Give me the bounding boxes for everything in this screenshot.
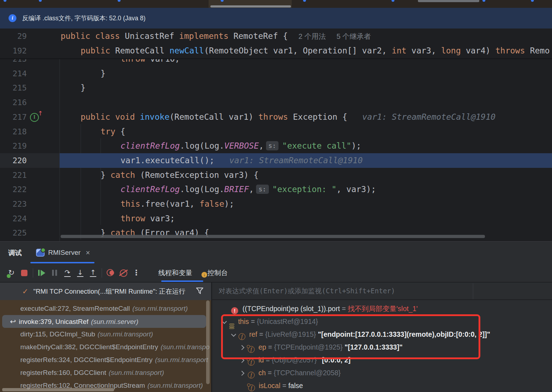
code-line-215[interactable]: 215} — [0, 81, 552, 95]
override-arrow-icon: ↑ — [38, 110, 43, 117]
stop-button[interactable] — [18, 267, 31, 279]
filter-funnel-icon[interactable] — [195, 287, 204, 296]
line-number-224[interactable]: 224 — [0, 211, 27, 226]
line-number-214[interactable]: 214 — [0, 66, 27, 81]
code-text: } — [61, 81, 86, 95]
resume-button[interactable] — [35, 267, 48, 279]
code-line-220[interactable]: 220var1.executeCall();var1: StreamRemote… — [0, 153, 552, 168]
field-icon: f — [239, 333, 245, 340]
variable-row-ref[interactable]: f ref = {LiveRef@1915} "[endpoint:[127.0… — [231, 328, 490, 341]
debug-session-tab[interactable]: RMIServer ✕ — [30, 242, 94, 264]
debug-toolbar: ↻ ↷ ↓ ↑ ⋮ 线程和变量 ↓控制台 — [0, 264, 552, 282]
line-number-221[interactable]: 221 — [0, 168, 27, 182]
toolbar-separator — [33, 268, 33, 278]
code-line-217[interactable]: 217I↑public void invoke(RemoteCall var1)… — [0, 110, 552, 124]
variable-row-ep[interactable]: f ep = {TCPEndpoint@1925} "[127.0.0.1:33… — [240, 341, 403, 354]
code-line-29[interactable]: 29public class UnicastRef implements Rem… — [0, 29, 552, 43]
code-line-222[interactable]: 222clientRefLog.log(Log.BRIEF,s:"excepti… — [0, 182, 552, 197]
line-number-222[interactable]: 222 — [0, 182, 27, 197]
line-number-217[interactable]: 217 — [0, 110, 27, 124]
view-breakpoints-button[interactable] — [104, 267, 117, 279]
debug-toolwindow-header: 调试 RMIServer ✕ — [0, 241, 552, 264]
line-number-215[interactable]: 215 — [0, 81, 27, 95]
class-file-icon — [4, 0, 6, 2]
line-number-219[interactable]: 219 — [0, 139, 27, 153]
code-text: var1.executeCall();var1: StreamRemoteCal… — [61, 153, 363, 168]
code-line-219[interactable]: 219clientRefLog.log(Log.VERBOSE,s:"execu… — [0, 139, 552, 153]
field-icon: f — [248, 385, 255, 391]
class-file-icon — [303, 0, 306, 2]
console-output-icon: ↓ — [201, 272, 207, 278]
sticky-lines-header: 29public class UnicastRef implements Rem… — [0, 29, 552, 59]
debug-bug-icon — [7, 274, 11, 278]
code-text: public void invoke(RemoteCall var1) thro… — [61, 110, 496, 124]
stack-frame-row[interactable]: registerRefs:160, DGCClient(sun.rmi.tran… — [0, 366, 211, 379]
line-number-220[interactable]: 220 — [0, 153, 27, 168]
variable-row-this[interactable]: this = {UnicastRef@1914} — [222, 315, 318, 328]
class-file-icon — [118, 0, 121, 2]
field-icon: f — [248, 372, 255, 378]
stack-frame-row[interactable]: ↩invoke:379, UnicastRef(sun.rmi.server) — [2, 315, 206, 328]
line-number-225[interactable]: 225 — [0, 226, 27, 240]
code-text: public RemoteCall newCall(RemoteObject v… — [61, 43, 550, 58]
inline-debugger-value: var1: StreamRemoteCall@1910 — [362, 112, 496, 122]
line-number-29[interactable]: 29 — [0, 29, 27, 43]
code-line-216[interactable]: 216 — [0, 95, 552, 110]
frames-vertical-scrollbar[interactable] — [206, 300, 210, 384]
line-number-218[interactable]: 218 — [0, 124, 27, 139]
step-into-button[interactable]: ↓ — [74, 267, 87, 279]
code-lens-hint[interactable]: 2 个用法 — [298, 32, 326, 40]
code-lens-hint[interactable]: 5 个继承者 — [337, 32, 371, 40]
class-file-icon — [39, 0, 42, 2]
watch-expression-row[interactable]: !((TCPEndpoint)ep (slot_1)).port = 找不到局部… — [231, 302, 418, 315]
pause-button[interactable] — [48, 267, 61, 279]
stack-frame-row[interactable]: makeDirtyCall:382, DGCClient$EndpointEnt… — [0, 341, 211, 354]
variable-row-ch[interactable]: f ch = {TCPChannel@2058} — [240, 366, 341, 379]
stack-frame-row[interactable]: registerRefs:324, DGCClient$EndpointEntr… — [0, 354, 211, 366]
tab-console[interactable]: ↓控制台 — [201, 268, 228, 278]
toolbar-separator — [102, 268, 102, 278]
code-line-218[interactable]: 218try { — [0, 124, 552, 139]
rerun-button[interactable]: ↻ — [5, 267, 18, 279]
variable-row-isLocal[interactable]: f isLocal = false — [240, 379, 303, 392]
session-tab-label: RMIServer — [48, 249, 81, 257]
line-number-216[interactable]: 216 — [0, 95, 27, 110]
ide-window: i 反编译 .class文件, 字节码版本: 52.0 (Java 8) 213… — [0, 0, 552, 392]
code-line-221[interactable]: 221} catch (RemoteException var3) { — [0, 168, 552, 182]
code-line-225[interactable]: 225} catch (Error var4) { — [0, 226, 552, 240]
code-editor[interactable]: 213throw var10;214}215}216217I↑public vo… — [0, 29, 552, 241]
step-out-button[interactable]: ↑ — [87, 267, 99, 279]
code-line-224[interactable]: 224throw var3; — [0, 211, 552, 226]
field-icon: f — [248, 359, 255, 366]
code-text: } catch (Error var4) { — [61, 226, 209, 240]
code-line-192[interactable]: 192public RemoteCall newCall(RemoteObjec… — [0, 43, 552, 58]
step-over-button[interactable]: ↷ — [61, 267, 74, 279]
code-text: try { — [61, 124, 125, 139]
thread-running-check-icon: ✓ — [22, 287, 29, 296]
frames-horizontal-scrollbar[interactable] — [2, 388, 114, 391]
mute-breakpoints-button[interactable] — [117, 267, 130, 279]
more-options-kebab[interactable]: ⋮ — [130, 267, 143, 279]
tab-threads-variables[interactable]: 线程和变量 — [158, 268, 192, 278]
thread-selector[interactable]: ✓ "RMI TCP Connection(...组"RMI Runtime":… — [0, 283, 211, 300]
thread-selector-text: "RMI TCP Connection(...组"RMI Runtime": 正… — [34, 287, 185, 296]
stack-frame-row[interactable]: dirty:115, DGCImpl_Stub(sun.rmi.transpor… — [0, 328, 211, 341]
editor-tab-bar[interactable] — [0, 0, 552, 8]
line-number-192[interactable]: 192 — [0, 43, 27, 58]
tab-bar-scroll-indicator — [418, 0, 479, 2]
stack-frames-list[interactable]: executeCall:272, StreamRemoteCall(sun.rm… — [0, 300, 211, 392]
info-icon: i — [9, 14, 16, 22]
evaluate-expression-input[interactable]: 对表达式求值(Enter)或添加监视(Ctrl+Shift+Enter) — [212, 283, 552, 300]
close-icon[interactable]: ✕ — [86, 249, 90, 256]
code-line-223[interactable]: 223this.free(var1, false); — [0, 197, 552, 211]
evaluate-placeholder: 对表达式求值(Enter)或添加监视(Ctrl+Shift+Enter) — [219, 287, 395, 296]
stack-frame-row[interactable]: executeCall:272, StreamRemoteCall(sun.rm… — [0, 302, 211, 315]
editor-horizontal-scrollbar[interactable] — [61, 235, 485, 238]
code-text: } catch (RemoteException var3) { — [61, 168, 259, 182]
variable-row-id[interactable]: f id = {ObjID@2057} "[0:0:0, 2]" — [240, 354, 354, 366]
code-line-214[interactable]: 214} — [0, 66, 552, 81]
debug-panel-title: 调试 — [8, 248, 22, 258]
variables-panel[interactable]: 对表达式求值(Enter)或添加监视(Ctrl+Shift+Enter) !((… — [212, 283, 552, 392]
execution-point-return-icon: ↩ — [10, 317, 16, 326]
line-number-223[interactable]: 223 — [0, 197, 27, 211]
